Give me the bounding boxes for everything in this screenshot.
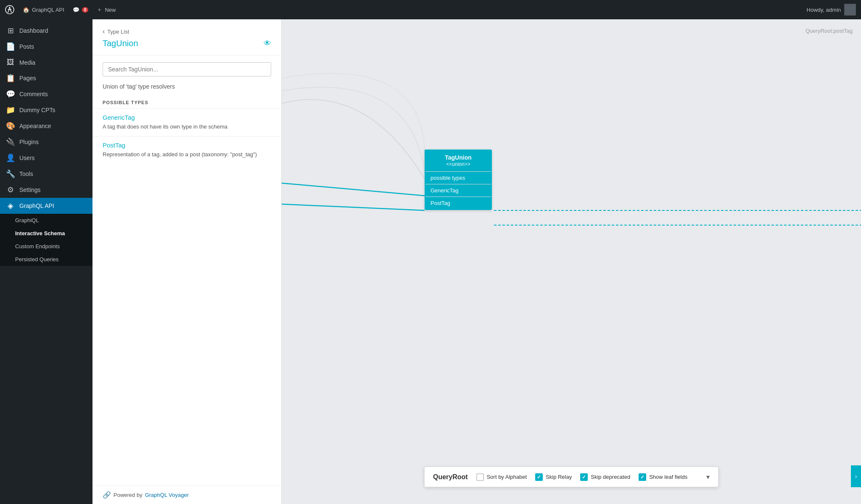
pages-icon: 📋 (6, 74, 15, 83)
sidebar-item-posts[interactable]: 📄 Posts (0, 39, 92, 55)
sidebar-submenu: GraphiQL Interactive Schema Custom Endpo… (0, 214, 92, 266)
card-row-generictag[interactable]: GenericTag (425, 184, 491, 197)
control-skip-deprecated[interactable]: Skip deprecated (580, 473, 630, 481)
card-header: TagUnion <<union>> (425, 150, 491, 171)
sidebar-item-interactive-schema[interactable]: Interactive Schema (0, 227, 92, 240)
voyager-icon: 🔗 (103, 491, 111, 499)
sidebar-item-media[interactable]: 🖼 Media (0, 55, 92, 70)
bottom-controls: QueryRoot Sort by Alphabet Skip Relay Sk… (424, 467, 718, 487)
dummy-cpts-icon: 📁 (6, 105, 15, 115)
admin-bar: 🏠 GraphQL API 💬 0 ＋ New Howdy, admin (0, 0, 861, 19)
scroll-right-button[interactable]: › (851, 465, 861, 487)
chevron-down-icon: ▾ (706, 473, 710, 481)
sidebar-item-custom-endpoints[interactable]: Custom Endpoints (0, 240, 92, 253)
comments-icon: 💬 (73, 7, 79, 13)
panel-footer: 🔗 Powered by GraphQL Voyager (92, 486, 281, 504)
back-arrow-icon: ‹ (103, 28, 105, 35)
posttag-desc: Representation of a tag, added to a post… (103, 150, 271, 159)
comments-item[interactable]: 💬 0 (73, 7, 89, 13)
control-skip-relay[interactable]: Skip Relay (535, 473, 572, 481)
svg-line-2 (282, 204, 425, 210)
sidebar-item-persisted-queries[interactable]: Persisted Queries (0, 253, 92, 266)
new-item[interactable]: ＋ New (97, 6, 116, 13)
sidebar-item-pages[interactable]: 📋 Pages (0, 70, 92, 86)
dashboard-icon: ⊞ (6, 26, 15, 35)
avatar (844, 4, 856, 16)
skip-deprecated-checkbox[interactable] (580, 473, 588, 481)
home-icon: 🏠 (23, 7, 29, 13)
control-sort-alphabet[interactable]: Sort by Alphabet (476, 473, 527, 481)
graphql-icon: ◈ (6, 201, 15, 210)
appearance-icon: 🎨 (6, 121, 15, 131)
sidebar-item-dummy-cpts[interactable]: 📁 Dummy CPTs (0, 102, 92, 118)
comments-nav-icon: 💬 (6, 89, 15, 99)
sort-alphabet-checkbox[interactable] (476, 473, 484, 481)
svg-line-1 (282, 183, 425, 196)
eye-icon[interactable]: 👁 (264, 39, 271, 48)
sidebar-item-comments[interactable]: 💬 Comments (0, 86, 92, 102)
users-icon: 👤 (6, 153, 15, 163)
settings-icon: ⚙ (6, 185, 15, 194)
control-show-leaf-fields[interactable]: Show leaf fields (639, 473, 687, 481)
generictag-desc: A tag that does not have its own type in… (103, 123, 271, 131)
wp-logo[interactable] (5, 5, 14, 14)
tagunion-card: TagUnion <<union>> possible types Generi… (425, 150, 492, 210)
sidebar-item-dashboard[interactable]: ⊞ Dashboard (0, 23, 92, 39)
adminbar-right: Howdy, admin (807, 4, 856, 16)
site-name-item[interactable]: 🏠 GraphQL API (23, 7, 64, 13)
media-icon: 🖼 (6, 58, 15, 67)
type-entry-generictag: GenericTag A tag that does not have its … (92, 108, 281, 136)
card-row-posttag[interactable]: PostTag (425, 197, 491, 209)
sidebar-item-graphiql[interactable]: GraphiQL (0, 214, 92, 227)
plugins-icon: 🔌 (6, 137, 15, 147)
sidebar: ⊞ Dashboard 📄 Posts 🖼 Media 📋 Pages 💬 Co… (0, 19, 92, 504)
union-description: Union of 'tag' type resolvers (92, 83, 281, 97)
queryroot-label: QueryRoot:postTag (806, 28, 853, 34)
tools-icon: 🔧 (6, 169, 15, 178)
search-box[interactable] (103, 62, 271, 76)
back-link[interactable]: ‹ Type List (103, 28, 271, 35)
content-area: ‹ Type List TagUnion 👁 Union of 'tag' ty… (92, 19, 861, 504)
main-layout: ⊞ Dashboard 📄 Posts 🖼 Media 📋 Pages 💬 Co… (0, 19, 861, 504)
generictag-link[interactable]: GenericTag (103, 114, 271, 121)
plus-icon: ＋ (97, 6, 102, 13)
sidebar-item-users[interactable]: 👤 Users (0, 150, 92, 166)
graph-svg (282, 19, 861, 504)
controls-title: QueryRoot (433, 473, 468, 481)
skip-relay-checkbox[interactable] (535, 473, 543, 481)
posts-icon: 📄 (6, 42, 15, 51)
graph-area[interactable]: QueryRoot:postTag TagUnion (282, 19, 861, 504)
type-entry-posttag: PostTag Representation of a tag, added t… (92, 136, 281, 164)
card-row-possible-types[interactable]: possible types (425, 171, 491, 184)
sidebar-item-settings[interactable]: ⚙ Settings (0, 182, 92, 198)
panel-title: TagUnion (103, 39, 138, 48)
voyager-link[interactable]: GraphQL Voyager (145, 492, 189, 498)
sidebar-item-plugins[interactable]: 🔌 Plugins (0, 134, 92, 150)
sidebar-item-graphql-api[interactable]: ◈ GraphQL API (0, 198, 92, 214)
left-panel: ‹ Type List TagUnion 👁 Union of 'tag' ty… (92, 19, 282, 504)
show-leaf-fields-checkbox[interactable] (639, 473, 646, 481)
panel-title-row: TagUnion 👁 (103, 39, 271, 48)
possible-types-label: POSSIBLE TYPES (92, 97, 281, 108)
posttag-link[interactable]: PostTag (103, 142, 271, 149)
sidebar-item-appearance[interactable]: 🎨 Appearance (0, 118, 92, 134)
search-input[interactable] (103, 62, 271, 76)
sidebar-item-tools[interactable]: 🔧 Tools (0, 166, 92, 182)
panel-header: ‹ Type List TagUnion 👁 (92, 19, 281, 55)
